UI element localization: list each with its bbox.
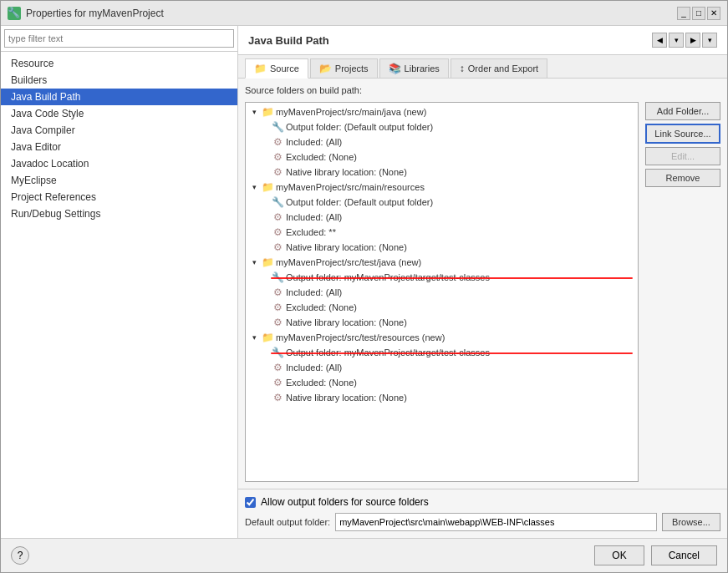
- tree-item-15[interactable]: ⚙ Native library location: (None): [247, 315, 636, 330]
- back-arrow[interactable]: ◀: [652, 33, 667, 48]
- tree-item-9[interactable]: ⚙ Excluded: **: [247, 225, 636, 240]
- buttons-panel: Add Folder... Link Source... Edit... Rem…: [645, 85, 720, 482]
- toggle-8: [259, 212, 269, 222]
- dialog-buttons: ? OK Cancel: [1, 538, 727, 572]
- nav-item-builders[interactable]: Builders: [1, 72, 237, 89]
- tree-label-5: Native library location: (None): [286, 167, 407, 177]
- tab-libraries-label: Libraries: [405, 63, 440, 74]
- tree-label-3: Included: (All): [286, 137, 342, 147]
- remove-button[interactable]: Remove: [645, 169, 720, 187]
- tree-item-19[interactable]: ⚙ Excluded: (None): [247, 375, 636, 390]
- maximize-button[interactable]: □: [692, 7, 705, 20]
- tree-item-12[interactable]: 🔧 Output folder: myMavenProject/target/t…: [247, 270, 636, 285]
- config-icon-8: ⚙: [271, 210, 284, 224]
- section-label: Source folders on build path:: [245, 85, 639, 95]
- toggle-6[interactable]: ▾: [249, 182, 259, 192]
- tab-source[interactable]: 📁 Source: [245, 58, 308, 79]
- window-title: Properties for myMavenProject: [26, 8, 164, 19]
- projects-tab-icon: 📂: [319, 63, 332, 74]
- config-icon-14: ⚙: [271, 301, 284, 314]
- tree-item-4[interactable]: ⚙ Excluded: (None): [247, 150, 636, 165]
- tree-label-2: Output folder: (Default output folder): [286, 122, 433, 132]
- close-button[interactable]: ✕: [707, 7, 720, 20]
- nav-item-resource[interactable]: Resource: [1, 55, 237, 72]
- tab-libraries[interactable]: 📚 Libraries: [379, 58, 449, 78]
- tree-item-3[interactable]: ⚙ Included: (All): [247, 134, 636, 150]
- bottom-section: Allow output folders for source folders …: [238, 489, 727, 538]
- nav-item-myeclipse[interactable]: MyEclipse: [1, 172, 237, 189]
- folder-icon-1: 📁: [261, 105, 274, 119]
- nav-item-java-code-style[interactable]: Java Code Style: [1, 105, 237, 122]
- tree-label-16: myMavenProject/src/test/resources (new): [276, 332, 445, 342]
- title-bar: 🔧 Properties for myMavenProject _ □ ✕: [1, 1, 727, 26]
- tree-item-8[interactable]: ⚙ Included: (All): [247, 210, 636, 225]
- config-icon-4: ⚙: [271, 150, 284, 164]
- ok-button[interactable]: OK: [594, 545, 644, 565]
- tree-item-14[interactable]: ⚙ Excluded: (None): [247, 300, 636, 315]
- tree-item-2[interactable]: 🔧 Output folder: (Default output folder): [247, 119, 636, 134]
- tree-label-11: myMavenProject/src/test/java (new): [276, 257, 421, 267]
- tree-item-7[interactable]: 🔧 Output folder: (Default output folder): [247, 195, 636, 210]
- main-content: Resource Builders Java Build Path Java C…: [1, 26, 727, 538]
- tree-item-16[interactable]: ▾ 📁 myMavenProject/src/test/resources (n…: [247, 330, 636, 345]
- nav-item-java-editor[interactable]: Java Editor: [1, 139, 237, 155]
- tree-label-10: Native library location: (None): [286, 242, 407, 252]
- tree-item-1[interactable]: ▾ 📁 myMavenProject/src/main/java (new): [247, 104, 636, 119]
- add-folder-button[interactable]: Add Folder...: [645, 102, 720, 120]
- nav-item-project-references[interactable]: Project References: [1, 189, 237, 205]
- forward-arrow[interactable]: ▶: [685, 33, 700, 48]
- toggle-15: [259, 317, 269, 327]
- tree-item-5[interactable]: ⚙ Native library location: (None): [247, 165, 636, 180]
- nav-arrows: ◀ ▾ ▶ ▾: [652, 33, 717, 48]
- tree-section: Source folders on build path: ▾ 📁 myMave…: [245, 85, 639, 482]
- output-folder-input[interactable]: [335, 513, 657, 531]
- tree-item-18[interactable]: ⚙ Included: (All): [247, 360, 636, 375]
- toggle-19: [259, 378, 269, 388]
- tab-order-export[interactable]: ↕ Order and Export: [451, 58, 547, 78]
- browse-button[interactable]: Browse...: [662, 513, 720, 531]
- toggle-10: [259, 242, 269, 252]
- tree-item-20[interactable]: ⚙ Native library location: (None): [247, 390, 636, 405]
- tree-item-11[interactable]: ▾ 📁 myMavenProject/src/test/java (new): [247, 255, 636, 270]
- tree-item-17[interactable]: 🔧 Output folder: myMavenProject/target/t…: [247, 345, 636, 360]
- libraries-tab-icon: 📚: [389, 63, 401, 74]
- tree-item-6[interactable]: ▾ 📁 myMavenProject/src/main/resources: [247, 180, 636, 195]
- allow-output-checkbox[interactable]: [245, 497, 256, 508]
- toggle-5: [259, 167, 269, 177]
- filter-input[interactable]: [4, 29, 234, 48]
- nav-item-run-debug-settings[interactable]: Run/Debug Settings: [1, 205, 237, 222]
- tree-container[interactable]: ▾ 📁 myMavenProject/src/main/java (new) 🔧…: [245, 102, 639, 482]
- dropdown-arrow[interactable]: ▾: [669, 33, 684, 48]
- output-icon-7: 🔧: [271, 195, 284, 209]
- tab-projects[interactable]: 📂 Projects: [310, 58, 378, 78]
- toggle-16[interactable]: ▾: [249, 332, 259, 342]
- tree-label-12: Output folder: myMavenProject/target/tes…: [286, 272, 490, 282]
- config-icon-20: ⚙: [271, 391, 284, 404]
- minimize-button[interactable]: _: [677, 7, 690, 20]
- nav-item-java-compiler[interactable]: Java Compiler: [1, 122, 237, 139]
- dropdown-arrow-2[interactable]: ▾: [702, 33, 717, 48]
- nav-item-javadoc-location[interactable]: Javadoc Location: [1, 155, 237, 172]
- link-source-button[interactable]: Link Source...: [645, 124, 720, 144]
- panel-body: Source folders on build path: ▾ 📁 myMave…: [238, 79, 727, 489]
- tree-item-10[interactable]: ⚙ Native library location: (None): [247, 240, 636, 255]
- tree-label-18: Included: (All): [286, 363, 342, 373]
- cancel-button[interactable]: Cancel: [651, 545, 717, 565]
- config-icon-9: ⚙: [271, 226, 284, 239]
- nav-item-java-build-path[interactable]: Java Build Path: [1, 89, 237, 105]
- filter-box: [1, 26, 237, 52]
- source-tab-icon: 📁: [254, 63, 267, 74]
- edit-button[interactable]: Edit...: [645, 147, 720, 165]
- toggle-9: [259, 227, 269, 237]
- toggle-1[interactable]: ▾: [249, 107, 259, 117]
- main-window: 🔧 Properties for myMavenProject _ □ ✕ Re…: [0, 0, 728, 573]
- tree-item-13[interactable]: ⚙ Included: (All): [247, 285, 636, 300]
- tree-label-17: Output folder: myMavenProject/target/tes…: [286, 347, 490, 357]
- tree-label-13: Included: (All): [286, 287, 342, 297]
- output-folder-label: Default output folder:: [245, 517, 330, 527]
- toggle-12: [259, 272, 269, 282]
- help-button[interactable]: ?: [11, 546, 29, 565]
- output-icon-12: 🔧: [271, 271, 284, 284]
- tree-label-1: myMavenProject/src/main/java (new): [276, 107, 426, 117]
- toggle-11[interactable]: ▾: [249, 257, 259, 267]
